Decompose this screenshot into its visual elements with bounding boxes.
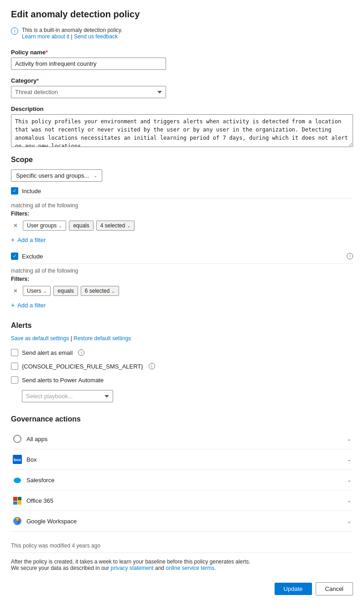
svg-rect-6 (13, 501, 17, 505)
alerts-links: Save as default settings | Restore defau… (11, 335, 353, 342)
exclude-filter-remove-icon[interactable]: ✕ (11, 286, 20, 295)
governance-office365[interactable]: Office 365 ⌄ (11, 490, 353, 511)
salesforce-icon (13, 475, 22, 485)
google-workspace-label: Google Workspace (26, 518, 77, 525)
svg-rect-4 (13, 497, 17, 501)
box-label: Box (26, 456, 36, 463)
info-text: This is a built-in anomaly detection pol… (22, 27, 123, 40)
include-add-filter-plus-icon: + (11, 236, 15, 243)
governance-box[interactable]: box Box ⌄ (11, 449, 353, 470)
svg-rect-5 (18, 497, 21, 500)
description-label: Description (11, 105, 353, 112)
svg-text:box: box (14, 458, 21, 462)
include-filters-label: Filters: (11, 211, 353, 217)
update-button[interactable]: Update (275, 583, 312, 595)
include-filter-row: ✕ User groups ⌄ equals 4 selected ⌄ (11, 221, 353, 231)
office365-chevron-icon: ⌄ (347, 498, 351, 504)
google-workspace-icon (13, 516, 22, 526)
online-service-terms-link[interactable]: online service terms (166, 565, 214, 571)
cancel-button[interactable]: Cancel (316, 582, 353, 595)
alerts-section: Alerts Save as default settings | Restor… (11, 321, 353, 402)
google-workspace-chevron-icon: ⌄ (347, 518, 351, 524)
filter-value-chevron-icon: ⌄ (127, 223, 130, 228)
alert-sms-checkbox[interactable] (11, 363, 18, 370)
box-chevron-icon: ⌄ (347, 457, 351, 463)
send-feedback-link[interactable]: Send us feedback (74, 33, 118, 40)
alerts-title: Alerts (11, 321, 353, 330)
scope-title: Scope (11, 156, 353, 164)
exclude-label: Exclude (22, 253, 43, 260)
alert-sms-option: {CONSOLE_POLICIES_RULE_SMS_ALERT} i (11, 363, 353, 370)
all-apps-icon (13, 434, 22, 443)
governance-section: Governance actions All apps ⌄ box Box (11, 415, 353, 532)
all-apps-chevron-icon: ⌄ (347, 436, 351, 442)
governance-salesforce[interactable]: Salesforce ⌄ (11, 470, 353, 490)
exclude-filters-label: Filters: (11, 276, 353, 282)
footer-note: After the policy is created, it takes a … (11, 553, 353, 577)
restore-default-link[interactable]: Restore default settings (73, 335, 131, 342)
governance-all-apps[interactable]: All apps ⌄ (11, 429, 353, 449)
policy-name-input[interactable] (11, 58, 166, 70)
scope-dropdown[interactable]: Specific users and groups... ⌄ (11, 169, 102, 182)
alert-power-automate-label: Send alerts to Power Automate (22, 377, 104, 384)
footer-area: This policy was modified 4 years ago Aft… (11, 543, 353, 603)
footer-buttons: Update Cancel (11, 577, 353, 603)
alert-sms-info-icon[interactable]: i (149, 363, 155, 369)
category-group: Category* Threat detection (11, 77, 353, 98)
box-icon: box (13, 455, 22, 464)
alert-power-automate-option: Send alerts to Power Automate (11, 376, 353, 384)
filter-type-chevron-icon: ⌄ (58, 223, 62, 228)
info-icon: i (11, 27, 18, 35)
include-filter-remove-icon[interactable]: ✕ (11, 221, 20, 230)
page-title: Edit anomaly detection policy (11, 9, 353, 20)
learn-more-link[interactable]: Learn more about it (22, 33, 69, 40)
office365-label: Office 365 (26, 497, 53, 504)
description-input[interactable]: This policy profiles your environment an… (11, 114, 353, 147)
exclude-add-filter-plus-icon: + (11, 301, 15, 309)
exclude-filter-value[interactable]: 6 selected ⌄ (81, 286, 120, 296)
exclude-checkbox-row: ✓ Exclude i (11, 253, 353, 260)
exclude-filter-type[interactable]: Users ⌄ (23, 286, 51, 296)
exclude-info-icon[interactable]: i (347, 253, 353, 259)
include-filter-operator: equals (69, 221, 93, 231)
playbook-select[interactable]: Select playbook... (22, 390, 113, 402)
governance-title: Governance actions (11, 415, 353, 423)
exclude-divider (11, 263, 353, 264)
salesforce-label: Salesforce (26, 477, 54, 484)
include-checkbox[interactable]: ✓ (11, 187, 18, 195)
save-default-link[interactable]: Save as default settings (11, 335, 69, 342)
alert-email-checkbox[interactable] (11, 349, 18, 356)
exclude-filter-operator: equals (53, 286, 78, 296)
exclude-filter-type-chevron-icon: ⌄ (43, 289, 47, 294)
info-banner: i This is a built-in anomaly detection p… (11, 27, 353, 40)
category-select[interactable]: Threat detection (11, 86, 166, 98)
include-matching-text: matching all of the following (11, 202, 353, 209)
include-label: Include (22, 188, 41, 195)
exclude-matching-text: matching all of the following (11, 268, 353, 274)
include-checkbox-row: ✓ Include (11, 187, 353, 195)
exclude-add-filter-button[interactable]: + Add a filter (11, 300, 46, 311)
salesforce-chevron-icon: ⌄ (347, 477, 351, 483)
include-filter-value[interactable]: 4 selected ⌄ (96, 221, 135, 231)
policy-name-group: Policy name* (11, 49, 353, 70)
alert-sms-label: {CONSOLE_POLICIES_RULE_SMS_ALERT} (22, 363, 143, 370)
alert-email-label: Send alert as email (22, 349, 73, 356)
alert-email-option: Send alert as email i (11, 349, 353, 356)
policy-name-label: Policy name* (11, 49, 353, 56)
modified-text: This policy was modified 4 years ago (11, 543, 353, 549)
description-group: Description This policy profiles your en… (11, 105, 353, 148)
include-filter-type[interactable]: User groups ⌄ (23, 221, 66, 231)
exclude-checkbox[interactable]: ✓ (11, 253, 18, 260)
office365-icon (13, 496, 22, 505)
governance-google-workspace[interactable]: Google Workspace ⌄ (11, 511, 353, 532)
scope-dropdown-chevron-icon: ⌄ (94, 173, 97, 178)
include-add-filter-button[interactable]: + Add a filter (11, 234, 46, 245)
svg-rect-7 (18, 501, 21, 505)
all-apps-label: All apps (26, 436, 47, 442)
include-divider (11, 198, 353, 199)
alert-power-automate-checkbox[interactable] (11, 376, 18, 384)
exclude-filter-row: ✕ Users ⌄ equals 6 selected ⌄ (11, 286, 353, 296)
exclude-filter-value-chevron-icon: ⌄ (111, 289, 115, 294)
alert-email-info-icon[interactable]: i (78, 349, 84, 356)
privacy-statement-link[interactable]: privacy statement (111, 565, 154, 571)
